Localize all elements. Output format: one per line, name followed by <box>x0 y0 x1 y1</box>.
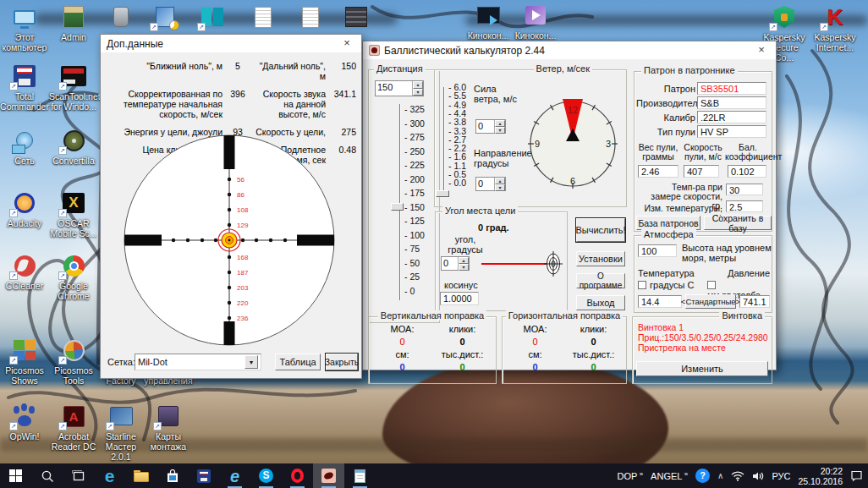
desktop-icon-total-commander[interactable]: ↗ Total Commander <box>0 63 49 112</box>
desktop-icon-acrobat[interactable]: A↗ Acrobat Reader DC <box>49 403 98 452</box>
temp-at-measure-field[interactable]: 30 <box>726 184 763 195</box>
desktop-icon-this-pc[interactable]: Этот компьютер <box>0 3 49 52</box>
opera-button[interactable] <box>282 463 313 488</box>
checkbox-icon[interactable] <box>707 281 716 289</box>
manufacturer-field[interactable]: S&B <box>697 96 766 109</box>
save-to-db-button[interactable]: Сохранить в базу <box>704 216 772 230</box>
close-icon[interactable]: × <box>332 35 361 52</box>
desktop-icon-video-clip[interactable]: Кинокон... <box>464 2 513 41</box>
desktop-icon-app2[interactable]: ↗ <box>188 3 237 30</box>
angle-spinner[interactable]: 0 ▴▾ <box>441 256 470 271</box>
change-rifle-button[interactable]: Изменить <box>636 361 768 376</box>
internet-explorer-button[interactable]: e <box>219 463 250 488</box>
altitude-field[interactable]: 100 <box>638 244 677 257</box>
settings-button[interactable]: Установки <box>576 251 625 266</box>
desktop-icon-doc2[interactable] <box>286 3 335 30</box>
desktop-icon-network[interactable]: Сеть <box>0 127 49 166</box>
spin-up-icon[interactable]: ▴ <box>459 257 469 264</box>
spin-up-icon[interactable]: ▴ <box>495 120 505 127</box>
distance-slider-track[interactable] <box>399 104 400 300</box>
start-button[interactable] <box>0 463 31 488</box>
temp-change-field[interactable]: 2.5 <box>726 200 763 212</box>
desktop-icon-stack[interactable] <box>332 3 381 30</box>
checkbox-icon[interactable] <box>638 281 646 289</box>
bullet-type-field[interactable]: HV SP <box>697 125 766 138</box>
exit-button[interactable]: Выход <box>576 295 625 310</box>
angle-line[interactable] <box>481 263 552 265</box>
cosine-field[interactable]: 1.0000 <box>440 292 479 305</box>
total-commander-button[interactable] <box>188 463 219 488</box>
wind-slider-handle[interactable] <box>436 190 449 197</box>
file-explorer-button[interactable] <box>125 463 157 488</box>
spin-up-icon[interactable]: ▴ <box>413 81 423 89</box>
notification-center-icon[interactable] <box>850 470 863 482</box>
desktop-icon-oscar[interactable]: X↗ OSCAR Mobile Sc... <box>49 189 98 239</box>
dop-titlebar[interactable]: Доп.данные × <box>101 35 361 52</box>
distance-spinner[interactable]: 150 ▴▾ <box>375 80 424 96</box>
desktop-icon-convertilla[interactable]: ↗ Convertilla <box>49 127 98 166</box>
desktop-icon-admin[interactable]: Admin <box>49 3 98 42</box>
wind-slider-track[interactable] <box>443 87 444 195</box>
table-button[interactable]: Таблица <box>275 354 321 370</box>
cartridge-field[interactable]: SB35501 <box>697 82 766 95</box>
desktop-icon-opwin[interactable]: ↗ OpWin! <box>0 403 49 441</box>
desktop-icon-montage-maps[interactable]: ↗ Карты монтажа <box>144 403 193 452</box>
store-button[interactable] <box>157 463 188 488</box>
help-icon[interactable]: ? <box>695 469 710 483</box>
spinner-buttons[interactable]: ▴▾ <box>494 178 505 190</box>
desktop-icon-kaspersky-internet[interactable]: K↗ Kaspersky Internet... <box>810 3 860 52</box>
bullet-speed-field[interactable]: 407 <box>684 165 719 178</box>
cartridge-db-button[interactable]: База патронов <box>636 216 700 230</box>
spinner-buttons[interactable]: ▴▾ <box>494 120 505 133</box>
desktop-icon-audacity[interactable]: ↗ Audacity <box>0 189 49 228</box>
desktop-icon-doc1[interactable] <box>239 3 288 30</box>
task-view-button[interactable] <box>63 463 94 488</box>
spin-down-icon[interactable]: ▾ <box>495 127 505 134</box>
calculate-button[interactable]: Вычислить! <box>576 218 625 242</box>
wind-clock-dial[interactable]: 12 3 6 9 <box>519 90 626 197</box>
desktop-icon-starline[interactable]: ↗ Starline Мастер 2.0.1 <box>96 403 146 462</box>
desktop-icon-player[interactable]: Кинокон... <box>511 2 560 41</box>
tray-angel[interactable]: ANGEL » <box>651 470 688 481</box>
tray-dop[interactable]: DOP » <box>618 470 644 481</box>
spinner-buttons[interactable]: ▴▾ <box>412 81 423 96</box>
spinner-buttons[interactable]: ▴▾ <box>458 257 469 270</box>
distance-slider-handle[interactable] <box>391 203 404 211</box>
pressure-field[interactable]: 741.1 <box>739 295 770 308</box>
desktop-icon-recycle[interactable] <box>96 3 146 30</box>
about-button[interactable]: О программе <box>576 273 625 288</box>
reticle-combobox[interactable]: Mil-Dot ▾ <box>135 354 261 370</box>
search-button[interactable] <box>31 463 63 488</box>
calc-titlebar[interactable]: Баллистический калькулятор 2.44 × <box>363 41 776 59</box>
spin-down-icon[interactable]: ▾ <box>459 264 469 271</box>
close-window-button[interactable]: Закрыть <box>326 354 358 370</box>
notepad-button[interactable] <box>344 463 376 488</box>
spin-down-icon[interactable]: ▾ <box>495 184 505 191</box>
bullet-weight-field[interactable]: 2.46 <box>638 165 678 178</box>
ballistic-calculator-taskbar-button[interactable] <box>313 463 344 488</box>
standard-button[interactable]: <Стандартные> <box>685 294 736 309</box>
desktop-icon-scantool[interactable]: ↗ ScanTool.net for Windo... <box>49 63 98 112</box>
tray-expand-chevron-icon[interactable]: ∧ <box>717 471 723 480</box>
language-indicator[interactable]: РУС <box>772 471 790 481</box>
temperature-field[interactable]: 14.4 <box>638 295 682 308</box>
celsius-checkbox[interactable]: градусы С <box>638 280 694 290</box>
skype-button[interactable]: S <box>250 463 282 488</box>
angle-target-icon[interactable] <box>544 251 563 277</box>
desktop-icon-app1[interactable]: ↗ <box>140 3 190 30</box>
close-icon[interactable]: × <box>747 41 776 59</box>
taskbar-clock[interactable]: 20:22 25.10.2016 <box>798 466 843 486</box>
bc-field[interactable]: 0.102 <box>728 165 766 178</box>
desktop-icon-picosmos-tools[interactable]: ↗ Picosmos Tools <box>49 337 98 386</box>
chevron-down-icon[interactable]: ▾ <box>244 355 258 369</box>
desktop-icon-picosmos-shows[interactable]: ↗ Picosmos Shows <box>0 337 49 386</box>
caliber-field[interactable]: .22LR <box>697 111 766 123</box>
wind-direction-spinner[interactable]: 0 ▴▾ <box>475 177 506 191</box>
edge-button[interactable]: e <box>94 463 125 488</box>
wifi-icon[interactable] <box>731 471 744 481</box>
wind-force-spinner[interactable]: 0 ▴▾ <box>475 119 506 134</box>
desktop-icon-ccleaner[interactable]: ↗ CCleaner <box>0 252 49 291</box>
speaker-icon[interactable] <box>752 471 764 481</box>
spin-up-icon[interactable]: ▴ <box>495 178 505 184</box>
spin-down-icon[interactable]: ▾ <box>413 89 423 96</box>
